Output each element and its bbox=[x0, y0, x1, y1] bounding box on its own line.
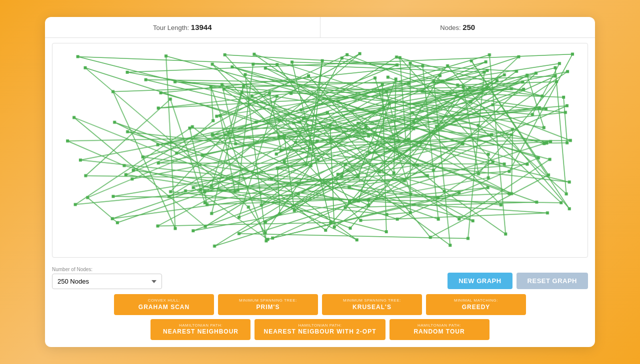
algo-button-row1-2[interactable]: Minimum Spanning Tree:KRUSEAL'S bbox=[322, 294, 422, 315]
algo-button-row1-1[interactable]: Minimum Spanning Tree:PRIM'S bbox=[218, 294, 318, 315]
nodes-box: Nodes: 250 bbox=[320, 17, 596, 37]
node-count-select[interactable]: 250 Nodes bbox=[52, 274, 162, 289]
algo-button-row1-3[interactable]: Minimal Matching:GREEDY bbox=[426, 294, 526, 315]
graph-canvas bbox=[52, 43, 588, 257]
nodes-label: Nodes: bbox=[440, 24, 460, 31]
algo-button-row2-1[interactable]: Hamiltonian Path:NEAREST NEIGBOUR WITH 2… bbox=[254, 319, 385, 340]
nodes-value: 250 bbox=[462, 23, 475, 31]
stats-bar: Tour Length: 13944 Nodes: 250 bbox=[45, 17, 595, 38]
reset-graph-button[interactable]: RESET GRAPH bbox=[516, 273, 588, 289]
algo-buttons-section: Convex Hull:GRAHAM SCANMinimum Spanning … bbox=[45, 292, 595, 347]
action-buttons: NEW GRAPH RESET GRAPH bbox=[448, 273, 588, 289]
algo-row-2: Hamiltonian Path:NEAREST NEIGHBOURHamilt… bbox=[52, 319, 588, 340]
graph-canvas-area bbox=[52, 43, 588, 258]
new-graph-button[interactable]: NEW GRAPH bbox=[448, 273, 512, 289]
main-card: Tour Length: 13944 Nodes: 250 Number of … bbox=[45, 17, 595, 347]
node-select-label: Number of Nodes: bbox=[52, 267, 162, 272]
tour-length-box: Tour Length: 13944 bbox=[45, 17, 320, 37]
algo-row-1: Convex Hull:GRAHAM SCANMinimum Spanning … bbox=[52, 294, 588, 315]
node-select-group: Number of Nodes: 250 Nodes bbox=[52, 267, 162, 289]
algo-button-row2-2[interactable]: Hamiltonian Path:RANDOM TOUR bbox=[390, 319, 490, 340]
tour-length-label: Tour Length: bbox=[153, 24, 189, 31]
algo-button-row1-0[interactable]: Convex Hull:GRAHAM SCAN bbox=[114, 294, 214, 315]
tour-length-value: 13944 bbox=[191, 23, 212, 31]
algo-button-row2-0[interactable]: Hamiltonian Path:NEAREST NEIGHBOUR bbox=[150, 319, 250, 340]
controls-row: Number of Nodes: 250 Nodes NEW GRAPH RES… bbox=[45, 263, 595, 292]
